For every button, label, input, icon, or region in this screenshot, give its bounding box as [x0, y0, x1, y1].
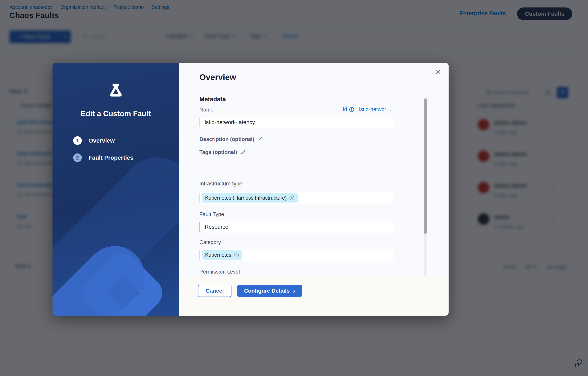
permission-level-label: Permission Level [200, 269, 240, 275]
form-heading: Overview [200, 73, 236, 82]
category-input[interactable]: Kubernetes [200, 249, 394, 261]
infrastructure-type-label: Infrastructure type [200, 181, 242, 187]
edit-custom-fault-modal: Edit a Custom Fault 1 Overview 2 Fault P… [52, 63, 449, 316]
step-number-badge: 1 [73, 136, 82, 145]
wizard-step-overview[interactable]: 1 Overview [73, 136, 115, 145]
description-edit-row[interactable]: Description (optional) [200, 136, 263, 142]
step-label: Fault Properties [88, 154, 133, 161]
infrastructure-chip-label: Kubernetes (Harness Infrastructure) [205, 195, 287, 201]
flask-icon [108, 83, 124, 99]
remove-chip-icon[interactable] [289, 195, 294, 201]
name-input[interactable] [200, 116, 394, 128]
chaos-faults-page: Account: chaos-dev › Organization: defau… [0, 0, 588, 376]
name-field-label: Name [200, 107, 214, 113]
fault-type-label: Fault Type [200, 211, 224, 218]
info-icon [349, 107, 354, 112]
category-chip[interactable]: Kubernetes [202, 250, 242, 260]
step-number-badge: 2 [73, 153, 82, 162]
fault-id-link[interactable]: Id : istio-networ… [343, 106, 391, 113]
category-chip-label: Kubernetes [205, 252, 231, 258]
modal-footer: Cancel Configure Details › [179, 277, 449, 316]
section-divider [200, 166, 394, 166]
infrastructure-chip[interactable]: Kubernetes (Harness Infrastructure) [202, 193, 298, 203]
wizard-title: Edit a Custom Fault [52, 110, 179, 118]
overview-form-panel: × Overview Metadata Name Id : istio-netw… [179, 63, 449, 316]
cancel-button[interactable]: Cancel [198, 285, 231, 297]
wizard-panel: Edit a Custom Fault 1 Overview 2 Fault P… [52, 63, 179, 316]
id-label: Id [343, 106, 347, 113]
tags-edit-row[interactable]: Tags (optional) [200, 149, 246, 155]
tags-label: Tags (optional) [200, 149, 237, 155]
pencil-icon[interactable] [241, 150, 246, 155]
pencil-icon[interactable] [258, 137, 263, 142]
wizard-step-fault-properties[interactable]: 2 Fault Properties [73, 153, 133, 162]
configure-details-label: Configure Details [244, 288, 290, 294]
fault-type-input[interactable] [200, 221, 394, 233]
infrastructure-type-input[interactable]: Kubernetes (Harness Infrastructure) [200, 192, 394, 204]
chevron-right-icon: › [293, 287, 295, 295]
id-value: : istio-networ… [356, 106, 391, 113]
category-label: Category [200, 239, 221, 245]
modal-scrollbar-thumb[interactable] [424, 99, 427, 234]
remove-chip-icon[interactable] [234, 252, 239, 258]
metadata-heading: Metadata [200, 96, 226, 103]
configure-details-button[interactable]: Configure Details › [237, 285, 302, 297]
close-icon[interactable]: × [435, 67, 441, 76]
step-label: Overview [88, 137, 115, 144]
description-label: Description (optional) [200, 136, 254, 142]
